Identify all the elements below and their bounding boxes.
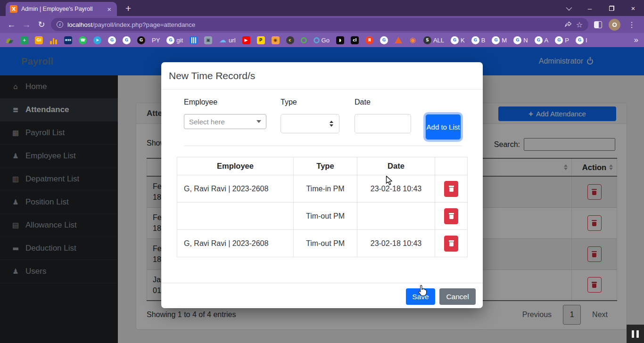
tv-icon[interactable]: ▣ — [204, 36, 212, 44]
tab-search-icon[interactable] — [557, 0, 579, 16]
p-icon: P — [257, 36, 265, 44]
browser-chrome: X Admin | Employee's Payroll × + – × ← →… — [0, 0, 644, 47]
barcode-icon[interactable] — [190, 36, 198, 44]
ring-icon — [301, 37, 307, 43]
tv-icon: ▣ — [204, 36, 212, 44]
record-column-date: Date — [357, 157, 435, 175]
cancel-button[interactable]: Cancel — [439, 288, 476, 305]
google-icon[interactable]: G — [123, 36, 131, 44]
py-bookmark[interactable]: PY — [152, 37, 160, 44]
cloud-url-bookmark[interactable]: ☁url — [219, 36, 235, 44]
analytics-icon[interactable] — [50, 36, 58, 44]
record-type: Time-in PM — [294, 175, 357, 203]
github-icon[interactable]: G — [137, 36, 145, 44]
p-icon[interactable]: P — [257, 36, 265, 44]
eye-icon[interactable]: ◉ — [409, 36, 417, 44]
bird-icon[interactable]: ◗ — [336, 36, 344, 44]
google-i-bookmark[interactable]: GI — [576, 36, 587, 44]
google-p-bookmark[interactable]: GP — [555, 36, 569, 44]
modal-header: New Time Record/s — [161, 62, 483, 90]
google-n-bookmark[interactable]: GN — [513, 36, 528, 44]
matlab-icon[interactable] — [395, 37, 402, 43]
sheets-icon[interactable]: + — [20, 36, 28, 44]
google-m-bookmark: G — [492, 36, 500, 44]
cl-icon[interactable]: cl — [351, 36, 359, 44]
profile-avatar[interactable]: O — [609, 19, 620, 31]
gi-icon[interactable]: Gi — [35, 36, 43, 44]
trash-icon — [449, 213, 454, 219]
trash-icon — [449, 240, 454, 246]
google-k-bookmark[interactable]: GK — [451, 36, 465, 44]
sheets-icon: + — [20, 36, 28, 44]
globe-all-bookmark[interactable]: SALL — [423, 36, 444, 44]
site-info-icon[interactable]: i — [57, 21, 63, 28]
employee-select[interactable]: Select here — [184, 114, 266, 129]
google-b-bookmark[interactable]: GB — [471, 36, 486, 44]
yandex-icon: Я — [365, 36, 373, 44]
recorder-pause-indicator[interactable] — [627, 325, 644, 343]
time-record-row: G, Ravi Ravi | 2023-2608Time-in PM23-02-… — [177, 175, 468, 203]
type-select[interactable] — [281, 114, 339, 133]
go-bookmark-label: Go — [322, 37, 330, 44]
leaf-icon[interactable] — [6, 36, 14, 44]
forward-button[interactable]: → — [19, 17, 34, 32]
google-n-bookmark: G — [513, 36, 521, 44]
ieee-icon[interactable]: IEEE — [64, 36, 72, 44]
cart-icon: c — [286, 36, 294, 44]
whatsapp-icon[interactable]: ☎ — [79, 36, 87, 44]
delete-record-button[interactable] — [444, 208, 458, 224]
date-label: Date — [355, 98, 371, 106]
record-type: Tim-out PM — [294, 230, 357, 257]
google-icon[interactable]: G — [380, 36, 388, 44]
go-bookmark[interactable]: Go — [314, 37, 330, 44]
bookmark-star-icon[interactable]: ☆ — [576, 20, 583, 29]
date-input[interactable] — [355, 114, 411, 133]
browser-menu-icon[interactable]: ⋮ — [623, 20, 640, 29]
address-bar[interactable]: i localhost/payroll/index.php?page=atten… — [51, 18, 588, 31]
restore-button[interactable] — [601, 0, 622, 16]
delete-record-button[interactable] — [444, 236, 458, 252]
restore-icon — [609, 6, 614, 11]
google-m-bookmark[interactable]: GM — [492, 36, 507, 44]
cloud-url-bookmark: ☁ — [219, 36, 227, 44]
record-date — [357, 203, 435, 230]
close-button[interactable]: × — [622, 0, 644, 16]
leaf-icon — [6, 36, 14, 44]
google-icon: G — [123, 36, 131, 44]
cloud-url-bookmark-label: url — [229, 37, 235, 44]
url-path: /payroll/index.php?page=attendance — [92, 21, 195, 28]
side-panel-icon[interactable] — [594, 21, 602, 28]
record-column-type: Type — [294, 157, 357, 175]
browser-tab[interactable]: X Admin | Employee's Payroll × — [6, 2, 117, 16]
google-i-bookmark: G — [576, 36, 584, 44]
trash-icon — [449, 186, 454, 192]
share-icon[interactable] — [564, 21, 572, 28]
new-tab-button[interactable]: + — [125, 3, 131, 14]
chevron-down-icon — [566, 4, 572, 10]
youtube-icon[interactable]: ▶ — [242, 36, 250, 44]
ring-icon[interactable] — [301, 37, 307, 43]
google-icon[interactable]: G — [108, 36, 116, 44]
modal-footer: Save Cancel — [161, 283, 483, 308]
telegram-icon: ➤ — [93, 36, 101, 44]
minimize-button[interactable]: – — [579, 0, 601, 16]
record-action — [435, 203, 468, 230]
xampp-favicon: X — [10, 5, 17, 13]
yandex-icon[interactable]: Я — [365, 36, 373, 44]
camera-icon[interactable]: ◉ — [272, 36, 280, 44]
bookmarks-overflow-icon[interactable]: » — [634, 35, 638, 45]
google-git-bookmark[interactable]: Ggit — [166, 36, 183, 44]
tab-close-icon[interactable]: × — [106, 5, 113, 13]
delete-record-button[interactable] — [444, 181, 458, 197]
save-button[interactable]: Save — [406, 288, 435, 305]
add-to-list-button[interactable]: Add to List — [425, 114, 461, 140]
globe-all-bookmark-label: ALL — [433, 37, 444, 44]
cart-icon[interactable]: c — [286, 36, 294, 44]
telegram-icon[interactable]: ➤ — [93, 36, 101, 44]
form-divider — [184, 146, 462, 146]
employee-select-placeholder: Select here — [189, 118, 256, 126]
google-a-bookmark[interactable]: GA — [535, 36, 549, 44]
back-button[interactable]: ← — [4, 17, 19, 32]
reload-button[interactable]: ↻ — [34, 17, 49, 32]
record-action — [435, 230, 468, 257]
